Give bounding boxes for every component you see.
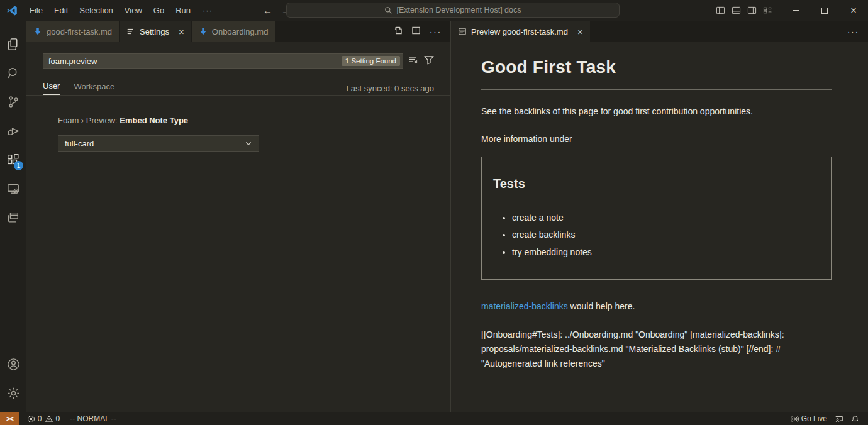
menu-go[interactable]: Go xyxy=(148,3,170,18)
source-control-icon[interactable] xyxy=(0,87,26,116)
scope-tab-user[interactable]: User xyxy=(43,81,60,95)
embed-title: Tests xyxy=(493,175,820,201)
settings-search-input[interactable]: foam.preview 1 Setting Found xyxy=(43,53,403,69)
run-debug-icon[interactable] xyxy=(0,116,26,145)
embedded-note-card: Tests create a note create backlinks try… xyxy=(481,157,832,280)
clear-settings-filter-icon[interactable] xyxy=(408,55,418,67)
command-center-text: [Extension Development Host] docs xyxy=(396,6,521,14)
menu-edit[interactable]: Edit xyxy=(48,3,74,18)
tab-label: Preview good-first-task.md xyxy=(471,27,568,36)
setting-name: Embed Note Type xyxy=(120,116,188,125)
scope-tab-workspace[interactable]: Workspace xyxy=(74,82,114,95)
minimize-button[interactable] xyxy=(781,0,810,21)
bell-icon xyxy=(851,415,859,423)
embed-note-type-select[interactable]: full-card xyxy=(58,135,259,152)
chevron-down-icon xyxy=(245,140,252,147)
preview-link-line: materialized-backlinks would help here. xyxy=(481,300,832,312)
tab-close-icon[interactable]: × xyxy=(179,27,184,36)
search-view-icon[interactable] xyxy=(0,58,26,87)
settings-editor-icon xyxy=(126,27,135,36)
broadcast-icon xyxy=(791,415,799,423)
tab-label: good-first-task.md xyxy=(47,27,112,36)
markdown-file-icon xyxy=(33,27,42,36)
menu-more-button[interactable]: ··· xyxy=(196,3,219,18)
person-screen-icon xyxy=(835,415,843,423)
maximize-button[interactable] xyxy=(810,0,839,21)
go-live-button[interactable]: Go Live xyxy=(787,412,831,425)
tab-good-first-task[interactable]: good-first-task.md xyxy=(26,21,120,42)
open-settings-json-icon[interactable] xyxy=(393,26,403,38)
preview-icon xyxy=(458,27,467,36)
nav-back-button[interactable]: ← xyxy=(263,5,272,16)
link-tail-text: would help here. xyxy=(568,301,635,311)
warning-icon xyxy=(45,415,53,423)
vim-mode-indicator[interactable]: -- NORMAL -- xyxy=(70,414,116,423)
tab-onboarding[interactable]: Onboarding.md xyxy=(192,21,276,42)
customize-layout-icon[interactable] xyxy=(763,6,772,15)
filter-settings-icon[interactable] xyxy=(424,55,434,67)
more-actions-button[interactable]: ··· xyxy=(430,27,442,36)
settings-editor: foam.preview 1 Setting Found User Worksp… xyxy=(26,42,450,412)
settings-results-badge: 1 Setting Found xyxy=(342,56,400,66)
notifications-button[interactable] xyxy=(847,412,863,425)
list-item: create backlinks xyxy=(512,228,820,241)
editor-group-settings: good-first-task.md Settings × Onboarding… xyxy=(26,21,451,412)
explorer-icon[interactable] xyxy=(0,30,26,58)
tab-preview[interactable]: Preview good-first-task.md × xyxy=(451,21,591,42)
go-live-label: Go Live xyxy=(801,414,827,423)
error-icon xyxy=(27,415,35,423)
right-tab-bar: Preview good-first-task.md × ··· xyxy=(451,21,868,42)
tab-label: Onboarding.md xyxy=(212,27,269,36)
title-bar: File Edit Selection View Go Run ··· ← → … xyxy=(0,0,868,21)
toggle-sidebar-icon[interactable] xyxy=(716,6,725,15)
warning-count: 0 xyxy=(56,414,60,423)
error-count: 0 xyxy=(38,414,42,423)
preview-paragraph: More information under xyxy=(481,133,832,145)
left-tab-bar: good-first-task.md Settings × Onboarding… xyxy=(26,21,450,42)
toggle-panel-icon[interactable] xyxy=(732,6,741,15)
search-icon xyxy=(384,6,392,14)
menu-view[interactable]: View xyxy=(119,3,148,18)
remote-explorer-icon[interactable] xyxy=(0,174,26,203)
preview-paragraph: See the backlinks of this page for good … xyxy=(481,105,832,118)
toggle-secondary-sidebar-icon[interactable] xyxy=(747,6,757,15)
tab-label: Settings xyxy=(140,27,169,36)
list-item: create a note xyxy=(512,211,820,224)
materialized-backlinks-link[interactable]: materialized-backlinks xyxy=(481,301,568,311)
link-references-text: [[Onboarding#Tests]: ../Onboarding.md "O… xyxy=(481,328,815,370)
live-share-button[interactable] xyxy=(831,412,847,425)
extensions-badge: 1 xyxy=(14,161,23,170)
tab-settings[interactable]: Settings × xyxy=(120,21,192,42)
vscode-window: File Edit Selection View Go Run ··· ← → … xyxy=(0,0,868,425)
settings-search-value: foam.preview xyxy=(48,57,97,66)
close-button[interactable]: × xyxy=(839,0,868,21)
settings-gear-icon[interactable] xyxy=(0,378,26,407)
preview-title: Good First Task xyxy=(481,55,832,90)
setting-embed-note-type: Foam › Preview: Embed Note Type full-car… xyxy=(58,116,450,152)
more-actions-button[interactable]: ··· xyxy=(847,27,859,36)
extensions-icon[interactable]: 1 xyxy=(0,145,26,174)
status-bar: >< 0 0 -- NORMAL -- Go Live xyxy=(0,412,868,425)
remote-indicator[interactable]: >< xyxy=(0,412,19,425)
list-item: try embedding notes xyxy=(512,246,820,258)
scope-divider xyxy=(26,95,450,96)
vscode-logo-icon xyxy=(0,5,24,16)
markdown-preview[interactable]: Good First Task See the backlinks of thi… xyxy=(451,42,868,412)
last-synced-label: Last synced: 0 secs ago xyxy=(347,84,434,93)
menu-file[interactable]: File xyxy=(24,3,48,18)
editor-group-preview: Preview good-first-task.md × ··· Good Fi… xyxy=(451,21,868,412)
markdown-file-icon xyxy=(199,27,208,36)
problems-status[interactable]: 0 0 xyxy=(23,412,64,425)
setting-title: Foam › Preview: Embed Note Type xyxy=(58,116,450,125)
accounts-icon[interactable] xyxy=(0,350,26,378)
setting-category: Foam › Preview: xyxy=(58,116,120,125)
command-center-search[interactable]: [Extension Development Host] docs xyxy=(286,3,620,18)
embed-bullet-list: create a note create backlinks try embed… xyxy=(512,211,820,258)
windows-view-icon[interactable] xyxy=(0,203,26,232)
select-value: full-card xyxy=(65,139,94,148)
menu-selection[interactable]: Selection xyxy=(74,3,118,18)
activity-bar: 1 xyxy=(0,21,26,412)
menu-run[interactable]: Run xyxy=(170,3,196,18)
split-editor-icon[interactable] xyxy=(411,26,421,38)
tab-close-icon[interactable]: × xyxy=(577,27,583,36)
